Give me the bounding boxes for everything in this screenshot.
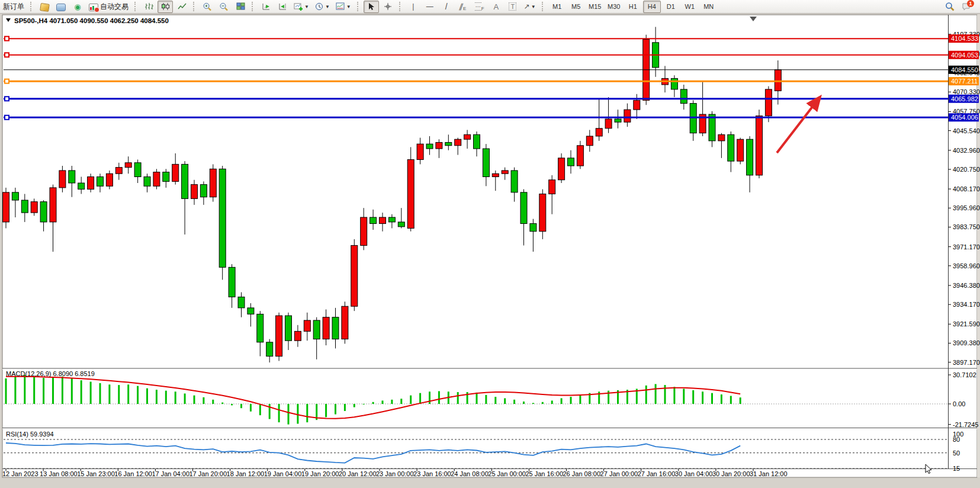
timeframe-h4[interactable]: H4 [643, 1, 661, 13]
market-icon[interactable] [37, 1, 52, 13]
shapes-tool[interactable]: ↗▼ [522, 1, 538, 13]
add-indicator-button[interactable]: ▼ [291, 1, 311, 13]
macd-histogram-bar [551, 400, 553, 404]
macd-histogram-bar [175, 391, 176, 404]
timeframe-h1[interactable]: H1 [624, 1, 642, 13]
notifications-button[interactable]: 1 [959, 1, 974, 13]
price-tick-label: 3946.380 [953, 282, 980, 289]
search-button[interactable] [942, 1, 957, 13]
candle-body [483, 149, 489, 176]
zoom-out-button[interactable] [216, 1, 232, 13]
price-tick-label: 3971.170 [953, 243, 980, 251]
vertical-line-tool[interactable]: | [406, 1, 421, 13]
macd-axis-label: -21.7245 [953, 421, 978, 428]
toolbar-grip[interactable] [357, 2, 361, 11]
time-tick-label: 27 Jan 16:00 [638, 470, 676, 477]
macd-histogram-bar [250, 404, 252, 412]
template-button[interactable]: ▼ [333, 1, 354, 13]
line-anchor-handle[interactable] [5, 79, 9, 84]
macd-histogram-bar [419, 393, 421, 404]
vps-icon[interactable] [53, 1, 69, 13]
zoom-in-button[interactable] [200, 1, 215, 13]
candle-body [106, 174, 113, 186]
algo-trading-button[interactable]: 自动交易 [86, 1, 131, 13]
toolbar-grip[interactable] [134, 2, 138, 11]
time-axis[interactable]: 12 Jan 202313 Jan 08:0015 Jan 23:0016 Ja… [2, 469, 788, 477]
chart-window[interactable]: 4107.3304094.7504082.5404070.3304057.750… [0, 0, 980, 488]
candle-body [530, 224, 536, 232]
macd-histogram-bar [344, 404, 346, 411]
price-badge-label: 4104.533 [951, 35, 978, 42]
crosshair-icon [384, 2, 392, 11]
chart-shift-button[interactable] [275, 1, 290, 13]
timeframe-w1[interactable]: W1 [681, 1, 699, 13]
candle-body [380, 217, 386, 224]
macd-histogram-bar [231, 404, 233, 405]
macd-histogram-bar [532, 403, 534, 404]
period-button[interactable]: ▼ [313, 1, 332, 13]
timeframe-m1[interactable]: M1 [548, 1, 566, 13]
toolbar-grip[interactable] [30, 2, 34, 11]
zoom-out-icon [219, 2, 229, 11]
macd-histogram-bar [325, 404, 327, 417]
auto-scroll-button[interactable] [258, 1, 274, 13]
candle-body [323, 317, 329, 339]
macd-histogram-bar [561, 398, 563, 404]
cursor-tool-button[interactable] [364, 1, 379, 13]
rsi-indicator-label: RSI(14) 59.9394 [6, 431, 54, 438]
price-badge-label: 4065.982 [951, 95, 978, 102]
macd-histogram-bar [71, 378, 73, 404]
signals-icon[interactable]: ◉ [70, 1, 85, 13]
timeframe-mn[interactable]: MN [700, 1, 718, 13]
candle-body [747, 139, 753, 175]
line-anchor-handle[interactable] [5, 53, 9, 57]
candle-chart-button[interactable] [158, 1, 173, 13]
macd-histogram-bar [372, 402, 374, 404]
toolbar-grip[interactable] [542, 2, 545, 11]
channel-tool[interactable]: ∥E [455, 1, 471, 13]
candle-body [88, 176, 94, 189]
chart-title: SP500-,H4 4071.050 4090.550 4062.250 408… [6, 17, 169, 24]
candle-body [539, 194, 546, 231]
timeframe-m15[interactable]: M15 [586, 1, 604, 13]
toolbar-grip[interactable] [193, 2, 197, 11]
timeframe-d1[interactable]: D1 [662, 1, 680, 13]
price-badge-label: 4094.053 [951, 52, 978, 59]
text-tool[interactable]: A [489, 1, 504, 13]
candle-body [605, 119, 612, 129]
text-label-tool[interactable]: T [505, 1, 520, 13]
macd-histogram-bar [127, 384, 129, 404]
bar-chart-button[interactable] [141, 1, 156, 13]
price-tick-label: 3897.170 [953, 359, 980, 366]
line-anchor-handle[interactable] [5, 37, 9, 41]
line-anchor-handle[interactable] [5, 115, 9, 120]
price-badge-label: 4077.211 [951, 78, 978, 85]
fibonacci-tool[interactable]: ⋯F [472, 1, 487, 13]
horizontal-line-tool[interactable]: — [422, 1, 438, 13]
candle-body [78, 183, 85, 190]
timeframe-group: M1M5M15M30H1H4D1W1MN [548, 1, 718, 13]
line-anchor-handle[interactable] [5, 97, 9, 101]
tile-windows-button[interactable] [233, 1, 248, 13]
timeframe-m5[interactable]: M5 [567, 1, 585, 13]
crosshair-tool-button[interactable] [380, 1, 396, 13]
toolbar-grip[interactable] [252, 2, 255, 11]
chart-window-body [2, 15, 977, 477]
macd-histogram-bar [655, 384, 657, 404]
macd-histogram-bar [673, 387, 675, 404]
candle-body [370, 217, 377, 224]
new-order-button[interactable]: 新订单 [1, 1, 27, 13]
trendline-tool[interactable]: / [439, 1, 454, 13]
macd-histogram-bar [645, 386, 647, 404]
candle-body [511, 171, 518, 192]
candle-body [182, 164, 188, 198]
macd-histogram-bar [692, 390, 694, 404]
timeframe-m30[interactable]: M30 [605, 1, 623, 13]
line-chart-button[interactable] [174, 1, 189, 13]
candle-body [586, 136, 593, 146]
candle-body [210, 169, 216, 197]
price-tick-label: 3921.590 [953, 320, 980, 328]
chevron-down-icon: ▼ [531, 4, 536, 9]
toolbar-grip[interactable] [399, 2, 403, 11]
candle-body [455, 139, 461, 146]
